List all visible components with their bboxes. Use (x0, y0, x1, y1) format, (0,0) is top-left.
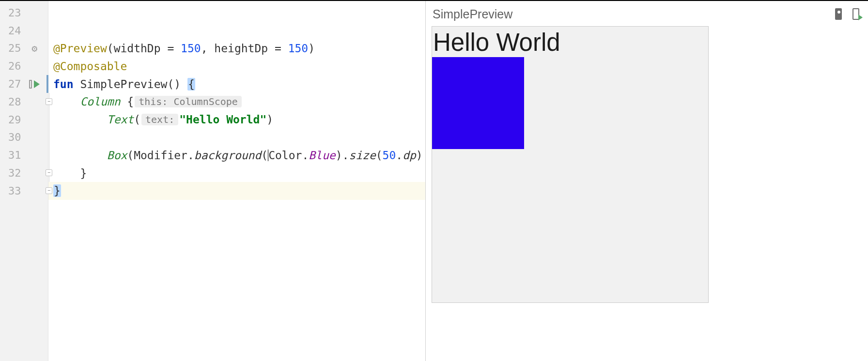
code-line[interactable]: fun SimplePreview() { (48, 75, 425, 93)
gutter-row: 27 (0, 75, 48, 93)
line-number: 25 (0, 42, 21, 54)
code-line[interactable] (48, 22, 425, 40)
editor-pane: 23 24 25⚙ 26 27 28 29 30 31 32 33 @Previ… (0, 1, 425, 361)
code-line[interactable]: @Preview(widthDp = 150, heightDp = 150) (48, 40, 425, 58)
code-line[interactable]: Box(Modifier.background(Color.Blue).size… (48, 146, 425, 164)
code-line[interactable]: − } (48, 164, 425, 182)
inline-hint: text: (141, 114, 178, 125)
change-marker (46, 75, 48, 93)
gutter-row: 32 (0, 164, 48, 182)
fold-toggle-icon[interactable]: − (46, 98, 52, 105)
gutter-row: 23 (0, 4, 48, 22)
preview-text-hello: Hello World (432, 27, 708, 57)
line-number: 28 (0, 96, 21, 108)
preview-blue-box (432, 57, 524, 149)
gutter-row: 25⚙ (0, 40, 48, 58)
fold-toggle-icon[interactable]: − (46, 187, 52, 194)
preview-header: SimplePreview (432, 5, 862, 23)
preview-actions (833, 7, 861, 21)
gutter-row: 28 (0, 93, 48, 111)
inline-hint: this: ColumnScope (135, 96, 242, 107)
fold-toggle-icon[interactable]: − (46, 169, 52, 176)
ide-root: 23 24 25⚙ 26 27 28 29 30 31 32 33 @Previ… (0, 0, 868, 361)
code-line[interactable]: − } (48, 182, 425, 200)
line-number: 31 (0, 149, 21, 161)
gutter-row: 31 (0, 146, 48, 164)
preview-title: SimplePreview (433, 7, 512, 21)
code-line[interactable]: Text(text: "Hello World") (48, 111, 425, 129)
line-number: 27 (0, 78, 21, 90)
preview-pane: SimplePreview Hello World (425, 1, 868, 361)
annotation-composable: @Composable (53, 60, 127, 73)
gutter-row: 30 (0, 129, 48, 147)
code-line[interactable] (48, 4, 425, 22)
line-number: 24 (0, 25, 21, 37)
deploy-preview-icon[interactable] (851, 7, 861, 21)
preview-canvas[interactable]: Hello World (432, 26, 709, 303)
line-number: 30 (0, 131, 21, 143)
code-line[interactable]: @Composable (48, 57, 425, 75)
annotation-preview: @Preview (53, 42, 107, 55)
gutter-row: 24 (0, 22, 48, 40)
line-number: 32 (0, 167, 21, 179)
gear-icon[interactable]: ⚙ (21, 43, 48, 54)
gutter-row: 26 (0, 57, 48, 75)
line-number: 23 (0, 7, 21, 19)
run-preview-icon[interactable] (21, 80, 48, 89)
gutter-row: 33 (0, 182, 48, 200)
line-number: 33 (0, 185, 21, 197)
interactive-preview-icon[interactable] (833, 7, 844, 21)
code-line[interactable]: − Column { this: ColumnScope (48, 93, 425, 111)
line-number: 26 (0, 60, 21, 72)
code-line[interactable] (48, 129, 425, 147)
editor-gutter[interactable]: 23 24 25⚙ 26 27 28 29 30 31 32 33 (0, 1, 48, 361)
code-area[interactable]: @Preview(widthDp = 150, heightDp = 150) … (48, 1, 425, 361)
line-number: 29 (0, 114, 21, 126)
gutter-row: 29 (0, 111, 48, 129)
